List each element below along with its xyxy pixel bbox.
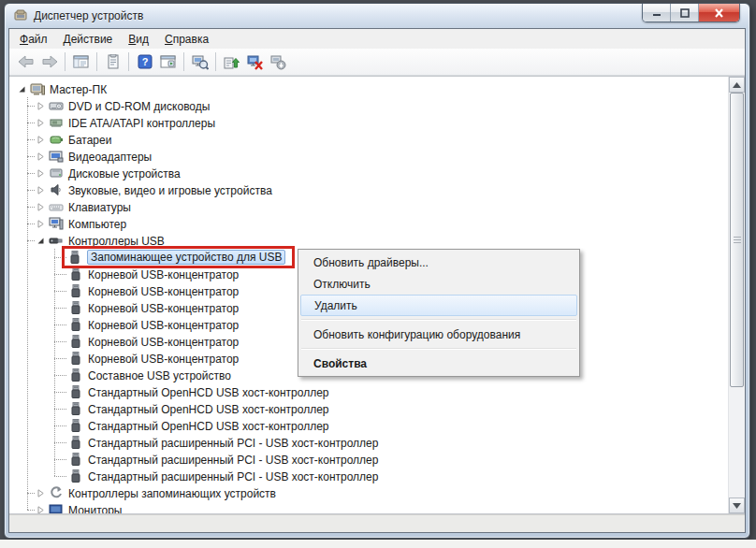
menu-item-update-drivers[interactable]: Обновить драйверы... — [300, 252, 577, 273]
menubar-item-1[interactable]: Файл — [13, 31, 54, 48]
tree-row[interactable]: Видеоадаптеры — [9, 148, 728, 165]
help-button[interactable]: ? — [134, 51, 155, 73]
node-label: Мониторы — [68, 504, 122, 513]
node-label-wrap: Видеоадаптеры — [68, 148, 152, 165]
tree-row[interactable]: IDE ATA/ATAPI контроллеры — [9, 114, 728, 131]
close-button[interactable] — [699, 4, 739, 22]
action-window-icon — [160, 54, 176, 69]
tree-row[interactable]: DVD и CD-ROM дисководы — [9, 97, 728, 114]
menubar-item-2[interactable]: Действие — [57, 31, 120, 48]
tree-row[interactable]: Контроллеры запоминающих устройств — [9, 484, 728, 501]
tree-row[interactable]: Стандартный OpenHCD USB хост-контроллер — [9, 383, 728, 400]
scan-computer-icon — [192, 54, 209, 70]
tree-row[interactable]: Звуковые, видео и игровые устройства — [9, 181, 728, 198]
disable-icon — [270, 54, 286, 70]
node-label: Клавиатуры — [68, 201, 131, 214]
menu-item-label: Удалить — [314, 299, 357, 312]
update-driver-button[interactable] — [221, 51, 242, 73]
tree-row[interactable]: Мастер-ПК — [9, 80, 728, 97]
usb-device-icon — [68, 401, 83, 416]
usb-device-icon — [68, 317, 83, 332]
menu-item-label: Свойства — [313, 357, 367, 370]
svg-text:?: ? — [141, 56, 148, 67]
expand-arrow-icon[interactable] — [36, 219, 46, 229]
expand-arrow-icon[interactable] — [36, 135, 46, 145]
collapse-arrow-icon[interactable] — [17, 84, 27, 94]
node-label: Корневой USB-концентратор — [88, 268, 239, 281]
device-manager-icon — [13, 8, 28, 23]
tree-row[interactable]: Дисковые устройства — [9, 165, 728, 181]
node-label-wrap: Мастер-ПК — [50, 80, 107, 97]
usb-device-icon — [68, 351, 83, 366]
menubar: ФайлДействиеВидСправка — [9, 29, 745, 49]
expand-arrow-icon[interactable] — [36, 168, 46, 179]
node-label-wrap: Контроллеры запоминающих устройств — [68, 484, 276, 501]
node-label: Звуковые, видео и игровые устройства — [68, 184, 272, 197]
properties-button[interactable] — [102, 51, 124, 73]
toolbar-separator — [128, 52, 129, 71]
tree-row[interactable]: Клавиатуры — [9, 198, 728, 215]
expand-arrow-icon[interactable] — [36, 202, 46, 212]
titlebar[interactable]: Диспетчер устройств — [5, 4, 749, 28]
tree-row[interactable]: Стандартный расширенный PCI - USB хост-к… — [9, 451, 728, 468]
scrollbar-thumb[interactable] — [730, 93, 744, 387]
collapse-arrow-icon[interactable] — [36, 236, 46, 246]
monitor-icon — [49, 502, 64, 513]
menu-separator — [301, 348, 576, 350]
tree-row[interactable]: Мониторы — [9, 501, 728, 513]
scrollbar-up-button[interactable] — [729, 77, 745, 93]
tree-row[interactable]: Стандартный расширенный PCI - USB хост-к… — [9, 434, 728, 451]
disable-button[interactable] — [268, 51, 289, 73]
annotation-highlight: Запоминающее устройство для USB — [62, 246, 295, 268]
expand-arrow-icon[interactable] — [36, 185, 46, 195]
menubar-item-3[interactable]: Вид — [122, 31, 155, 48]
node-label-wrap: Стандартный OpenHCD USB хост-контроллер — [88, 417, 329, 434]
usb-device-icon — [68, 334, 83, 349]
node-label-wrap: Стандартный расширенный PCI - USB хост-к… — [88, 451, 378, 468]
keyboard-icon — [49, 199, 64, 214]
node-label-wrap: Стандартный расширенный PCI - USB хост-к… — [88, 434, 378, 451]
maximize-button[interactable] — [671, 4, 699, 22]
uninstall-icon — [247, 54, 263, 70]
menu-item-disable[interactable]: Отключить — [300, 273, 577, 295]
properties-icon — [106, 54, 121, 69]
menu-item-scan-hardware[interactable]: Обновить конфигурацию оборудования — [300, 324, 577, 345]
expand-arrow-icon[interactable] — [36, 488, 46, 498]
node-label-wrap: Корневой USB-концентратор — [88, 350, 239, 367]
usb-device-icon — [68, 283, 83, 298]
help-icon: ? — [138, 54, 153, 69]
scrollbar-down-button[interactable] — [729, 498, 745, 513]
node-label: Запоминающее устройство для USB — [91, 251, 282, 264]
menu-item-uninstall[interactable]: Удалить — [300, 295, 577, 316]
tree-row[interactable]: Стандартный расширенный PCI - USB хост-к… — [9, 468, 728, 484]
storage-controller-icon — [49, 485, 64, 500]
expand-arrow-icon[interactable] — [36, 101, 46, 111]
uninstall-button[interactable] — [244, 51, 266, 73]
menu-item-properties[interactable]: Свойства — [300, 353, 577, 374]
node-label: Корневой USB-концентратор — [88, 319, 239, 332]
expand-arrow-icon[interactable] — [36, 505, 46, 514]
computer-device-icon — [49, 216, 64, 231]
arrow-down-icon — [733, 503, 741, 509]
menubar-item-4[interactable]: Справка — [158, 31, 215, 48]
node-label: Корневой USB-концентратор — [88, 353, 239, 366]
expand-arrow-icon[interactable] — [36, 151, 46, 162]
back-button[interactable] — [15, 51, 36, 73]
node-label-wrap: Звуковые, видео и игровые устройства — [68, 181, 272, 198]
action-pane-button[interactable] — [157, 51, 179, 73]
node-label: Корневой USB-концентратор — [88, 336, 239, 349]
update-driver-icon — [224, 54, 240, 70]
node-label: Стандартный расширенный PCI - USB хост-к… — [88, 437, 378, 450]
forward-button[interactable] — [38, 51, 60, 73]
show-console-tree-button[interactable] — [70, 51, 92, 73]
expand-arrow-icon[interactable] — [36, 118, 46, 128]
scan-hardware-button[interactable] — [189, 51, 211, 73]
node-label: Компьютер — [68, 218, 126, 231]
tree-row[interactable]: Батареи — [9, 131, 728, 148]
usb-device-icon — [68, 418, 83, 433]
tree-row[interactable]: Стандартный OpenHCD USB хост-контроллер — [9, 400, 728, 417]
tree-row[interactable]: Компьютер — [9, 215, 728, 232]
vertical-scrollbar[interactable] — [728, 77, 745, 513]
tree-row[interactable]: Стандартный OpenHCD USB хост-контроллер — [9, 417, 728, 434]
minimize-button[interactable] — [643, 4, 671, 22]
